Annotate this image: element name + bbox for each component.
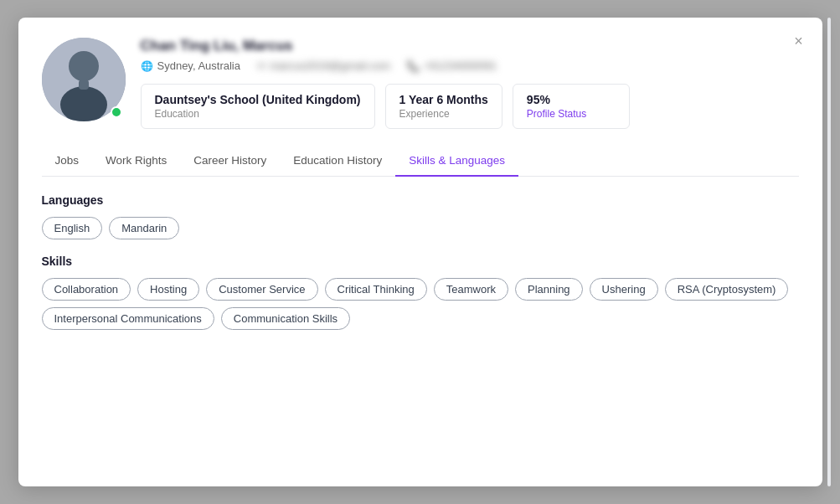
languages-tags: EnglishMandarin xyxy=(42,217,799,239)
tab-jobs[interactable]: Jobs xyxy=(42,146,93,177)
tab-work-rights[interactable]: Work Rights xyxy=(92,146,180,177)
education-card: Dauntsey's School (United Kingdom) Educa… xyxy=(141,84,375,129)
skill-tag: RSA (Cryptosystem) xyxy=(665,278,789,301)
skills-title: Skills xyxy=(42,255,799,268)
languages-title: Languages xyxy=(42,193,799,207)
tab-education-history[interactable]: Education History xyxy=(280,146,395,177)
avatar-wrapper xyxy=(42,38,126,121)
skill-tag: Planning xyxy=(515,278,583,301)
email-icon: ✉ xyxy=(257,60,265,72)
education-subtitle: Education xyxy=(155,108,361,120)
svg-rect-3 xyxy=(79,80,89,90)
skill-tag: Teamwork xyxy=(434,278,508,301)
svg-point-1 xyxy=(69,51,99,81)
skill-tag: Critical Thinking xyxy=(325,278,427,301)
profile-modal: × Chan T xyxy=(18,18,822,486)
profile-name: Chan Ting Liu, Marcus xyxy=(141,38,799,54)
skill-tag: Communication Skills xyxy=(221,307,350,330)
skills-section: Skills CollaborationHostingCustomer Serv… xyxy=(42,255,799,330)
skill-tag: Interpersonal Communications xyxy=(42,307,214,330)
education-title: Dauntsey's School (United Kingdom) xyxy=(155,93,361,106)
phone-meta: 📞 +61234000091 xyxy=(407,59,497,72)
location-icon: 🌐 xyxy=(141,60,153,72)
experience-title: 1 Year 6 Months xyxy=(399,93,488,106)
languages-section: Languages EnglishMandarin xyxy=(42,193,799,239)
profile-header: Chan Ting Liu, Marcus 🌐 Sydney, Australi… xyxy=(42,38,799,129)
status-percent: 95% xyxy=(527,93,616,106)
modal-overlay: × Chan T xyxy=(0,0,840,504)
tab-career-history[interactable]: Career History xyxy=(180,146,280,177)
profile-meta: 🌐 Sydney, Australia ✉ marcus2019@gmail.c… xyxy=(141,59,799,72)
nav-tabs: Jobs Work Rights Career History Educatio… xyxy=(42,146,799,177)
language-tag: English xyxy=(42,217,103,239)
email-text: marcus2019@gmail.com xyxy=(270,59,390,72)
location-text: Sydney, Australia xyxy=(157,59,240,72)
experience-subtitle: Experience xyxy=(399,108,488,120)
email-meta: ✉ marcus2019@gmail.com xyxy=(257,59,390,72)
phone-icon: 📞 xyxy=(407,60,420,72)
profile-status-link[interactable]: Profile Status xyxy=(527,108,616,120)
experience-card: 1 Year 6 Months Experience xyxy=(385,84,502,129)
skills-tags: CollaborationHostingCustomer ServiceCrit… xyxy=(42,278,799,330)
svg-point-2 xyxy=(60,86,107,121)
skill-tag: Ushering xyxy=(590,278,658,301)
skill-tag: Hosting xyxy=(137,278,199,301)
skill-tag: Collaboration xyxy=(42,278,131,301)
tab-skills-languages[interactable]: Skills & Languages xyxy=(395,146,518,177)
location-meta: 🌐 Sydney, Australia xyxy=(141,59,240,72)
language-tag: Mandarin xyxy=(109,217,179,239)
profile-info: Chan Ting Liu, Marcus 🌐 Sydney, Australi… xyxy=(141,38,799,129)
status-card: 95% Profile Status xyxy=(513,84,630,129)
skill-tag: Customer Service xyxy=(206,278,317,301)
profile-cards: Dauntsey's School (United Kingdom) Educa… xyxy=(141,84,799,129)
online-indicator xyxy=(111,106,122,118)
phone-text: +61234000091 xyxy=(424,59,497,72)
